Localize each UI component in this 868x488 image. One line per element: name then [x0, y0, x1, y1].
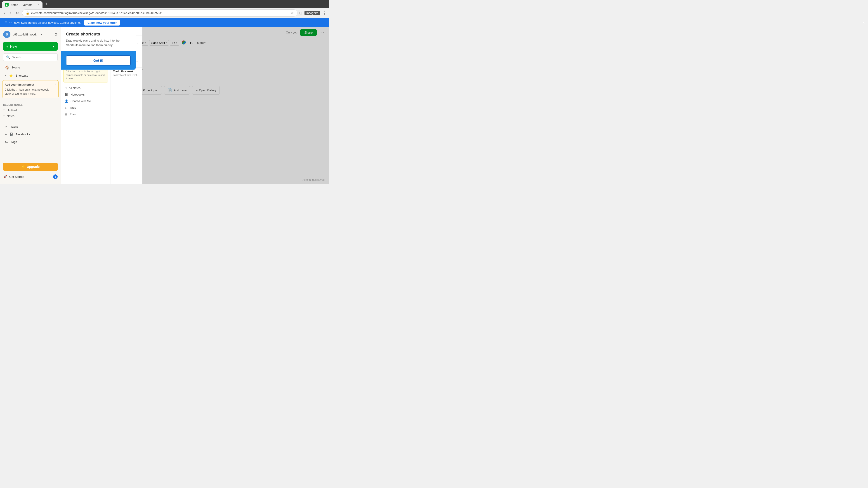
get-started-badge: 6	[53, 174, 58, 179]
reload-button[interactable]: ↻	[14, 10, 20, 16]
upgrade-icon: ⚡	[21, 165, 25, 168]
lock-icon: 🔒	[26, 11, 29, 15]
trash-label: Trash	[70, 112, 77, 116]
recent-notes-section: Recent Notes □ Untitled □ Notes	[0, 103, 61, 120]
recent-item-untitled[interactable]: □ Untitled	[3, 107, 58, 113]
sidebar-item-notebooks-label: Notebooks	[16, 133, 30, 136]
settings-icon[interactable]: ⚙	[55, 32, 58, 37]
left-sidebar: B b93b1c4d@mood... ▾ ⚙ + New ▾ 🔍 Search	[0, 27, 61, 184]
shortcut-notice-close-icon[interactable]: ×	[55, 82, 57, 87]
plus-icon: +	[6, 44, 8, 48]
panel-nav-trash[interactable]: 🗑 Trash	[61, 111, 111, 118]
note-item-preview-3: Today Meet with Cynthia...	[113, 74, 140, 76]
divider-1	[3, 101, 58, 101]
user-dropdown-icon[interactable]: ▾	[41, 33, 42, 36]
upgrade-label: Upgrade	[27, 165, 40, 168]
browser-tab-bar: E Notes - Evernote × +	[0, 0, 329, 8]
banner-icon: ⊞	[4, 21, 7, 25]
get-started-item[interactable]: 🚀 Get Started 6	[0, 173, 61, 181]
tags-panel-icon: 🏷	[65, 106, 68, 109]
search-bar[interactable]: 🔍 Search	[3, 53, 58, 61]
sidebar-item-tasks-label: Tasks	[10, 125, 18, 128]
note-icon-1: □	[3, 109, 5, 112]
all-notes-label: All Notes	[69, 86, 81, 90]
sidebar-item-shortcuts[interactable]: ▾ ⭐ Shortcuts	[2, 72, 59, 79]
get-started-label: Get Started	[9, 175, 24, 178]
panel-nav-notebooks[interactable]: 📓 Notebooks	[61, 91, 111, 98]
shortcuts-star-icon: ⭐	[9, 74, 13, 77]
avatar: B	[3, 31, 10, 38]
user-email: b93b1c4d@mood...	[13, 33, 38, 36]
search-placeholder: Search	[12, 56, 21, 59]
app-container: ⊞ ··· now. Sync across all your devices.…	[0, 18, 329, 184]
address-text: evernote.com/client/web?login=true&newRe…	[31, 11, 289, 15]
new-tab-button[interactable]: +	[43, 1, 50, 7]
incognito-label: Incognito	[305, 11, 320, 15]
search-icon: 🔍	[6, 55, 10, 59]
notebooks-panel-label: Notebooks	[70, 93, 85, 96]
tab-favicon: E	[5, 3, 8, 6]
banner-icon-2: ···	[9, 21, 12, 25]
user-header: B b93b1c4d@mood... ▾ ⚙	[0, 29, 61, 40]
shortcuts-popup: Create shortcuts Drag weekly plans and t…	[61, 27, 135, 70]
add-shortcut-desc: Click the ... icon in the top right corn…	[66, 70, 106, 80]
star-icon[interactable]: ☆	[290, 11, 293, 15]
notebooks-chevron-icon: ▶	[5, 133, 7, 136]
main-layout: B b93b1c4d@mood... ▾ ⚙ + New ▾ 🔍 Search	[0, 27, 329, 184]
tags-panel-label: Tags	[70, 106, 76, 109]
sidebar-item-home[interactable]: 🏠 Home	[2, 64, 59, 71]
sidebar-item-notebooks[interactable]: ▶ 📓 Notebooks	[2, 131, 59, 138]
banner-text: now. Sync across all your devices. Cance…	[14, 21, 81, 24]
new-button[interactable]: + New ▾	[3, 42, 58, 51]
shared-icon: 👤	[65, 99, 68, 103]
new-chevron-icon: ▾	[53, 44, 55, 48]
home-icon: 🏠	[5, 65, 9, 70]
shortcuts-popup-description: Drag weekly plans and to-do lists into t…	[66, 38, 131, 47]
address-bar[interactable]: 🔒 evernote.com/client/web?login=true&new…	[22, 9, 298, 17]
tasks-icon: ✓	[5, 125, 8, 128]
new-button-left: + New	[6, 44, 17, 48]
shortcut-notice-title: Add your first shortcut	[5, 83, 52, 87]
shared-label: Shared with Me	[70, 99, 91, 103]
shortcut-empty-notice: Add your first shortcut Click the ... ic…	[2, 80, 59, 98]
panel-nav-all-notes[interactable]: □ All Notes	[61, 85, 111, 91]
forward-button[interactable]: ›	[8, 10, 13, 16]
recent-notes-title: Recent Notes	[3, 103, 58, 106]
got-it-button[interactable]: Got it!	[66, 55, 131, 66]
sidebar-bottom: ⚡ Upgrade 🚀 Get Started 6	[0, 161, 61, 182]
get-started-icon: 🚀	[3, 175, 7, 178]
all-notes-icon: □	[65, 86, 66, 90]
recent-item-untitled-label: Untitled	[7, 109, 17, 112]
menu-icon[interactable]: ⋮	[322, 11, 327, 15]
tab-close-icon[interactable]: ×	[38, 3, 39, 6]
browser-navbar: ‹ › ↻ 🔒 evernote.com/client/web?login=tr…	[0, 8, 329, 18]
upgrade-button[interactable]: ⚡ Upgrade	[3, 163, 58, 171]
recent-item-notes[interactable]: □ Notes	[3, 113, 58, 119]
promo-banner: ⊞ ··· now. Sync across all your devices.…	[0, 18, 329, 27]
notebooks-icon: 📓	[9, 132, 13, 136]
note-icon-2: □	[3, 114, 5, 118]
tags-icon: 🏷	[5, 140, 8, 144]
panel-nav-tags[interactable]: 🏷 Tags	[61, 104, 111, 111]
tab-title: Notes - Evernote	[10, 3, 33, 6]
sidebar-item-tags-label: Tags	[11, 140, 17, 144]
claim-offer-button[interactable]: Claim now your offer	[84, 20, 120, 26]
shortcut-notice-desc: Click the ... icon on a note, notebook, …	[5, 88, 52, 96]
note-item-title-3: To-do this week	[113, 70, 140, 73]
shortcuts-popup-footer: Got it!	[61, 51, 135, 70]
notebooks-panel-icon: 📓	[65, 93, 68, 96]
browser-nav-actions: ⊞ Incognito ⋮	[299, 11, 327, 15]
shortcuts-popup-title: Create shortcuts	[66, 32, 131, 37]
sidebar-item-tasks[interactable]: ✓ Tasks	[2, 123, 59, 130]
sidebar-item-shortcuts-label: Shortcuts	[16, 74, 28, 77]
trash-icon: 🗑	[65, 112, 68, 116]
shortcuts-popup-header: Create shortcuts Drag weekly plans and t…	[61, 27, 135, 51]
new-button-label: New	[10, 44, 17, 48]
browser-tab[interactable]: E Notes - Evernote ×	[2, 1, 42, 8]
extensions-icon[interactable]: ⊞	[299, 11, 302, 15]
sidebar-item-tags[interactable]: 🏷 Tags	[2, 138, 59, 145]
panel-nav-shared[interactable]: 👤 Shared with Me	[61, 98, 111, 104]
recent-item-notes-label: Notes	[7, 114, 14, 118]
sidebar-item-home-label: Home	[12, 66, 20, 69]
back-button[interactable]: ‹	[3, 10, 7, 16]
